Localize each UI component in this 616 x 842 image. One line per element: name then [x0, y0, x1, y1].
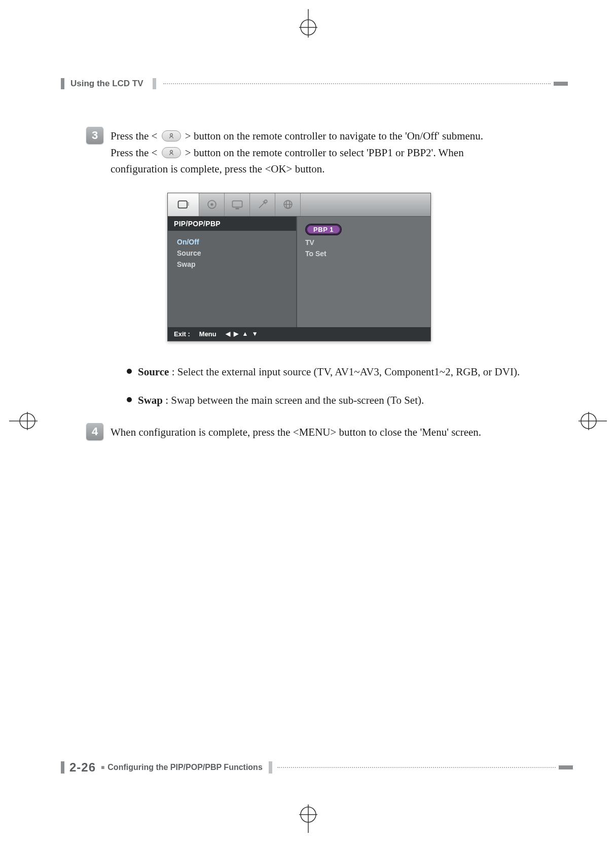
- bullet-swap: Swap : Swap between the main screen and …: [127, 392, 568, 409]
- header-title: Using the LCD TV: [70, 79, 143, 89]
- svg-point-18: [210, 203, 213, 206]
- cropmark-bottom: [294, 804, 322, 833]
- step-3-body: Press the < > button on the remote contr…: [111, 127, 483, 178]
- osd-tab-speaker-icon: [199, 193, 225, 216]
- step3-line2b: > button on the remote controller to sel…: [185, 147, 464, 159]
- osd-tab-globe-icon: [275, 193, 301, 216]
- header-bar-icon: [61, 78, 64, 89]
- step3-line1a: Press the <: [111, 130, 157, 142]
- footer-square-icon: ■: [101, 764, 104, 771]
- cropmark-left: [9, 407, 38, 435]
- osd-tab-tools-icon: [250, 193, 275, 216]
- osd-footer: Exit : Menu ◀ ▶ ▲ ▼: [168, 327, 430, 341]
- bullet-source-label: Source: [138, 366, 169, 378]
- bullet-swap-text: Swap : Swap between the main screen and …: [138, 392, 424, 409]
- osd-value-badge: PBP 1: [305, 224, 342, 235]
- osd-value-swap: To Set: [305, 250, 422, 258]
- header-separator-icon: [153, 78, 156, 89]
- osd-footer-arrows-icon: ◀ ▶ ▲ ▼: [226, 330, 259, 337]
- step3-line3: configuration is complete, press the <OK…: [111, 163, 325, 175]
- bullet-source: Source : Select the external input sourc…: [127, 364, 568, 380]
- osd-row-onoff: On/Off: [177, 238, 289, 246]
- svg-rect-19: [232, 201, 242, 207]
- svg-point-12: [170, 134, 172, 136]
- osd-menu: PIP/POP/PBP On/Off Source Swap: [167, 193, 431, 341]
- step-4: 4 When configuration is complete, press …: [86, 423, 568, 441]
- remote-button-icon: [162, 130, 181, 142]
- osd-label-source: Source: [177, 249, 253, 257]
- remote-button-icon: [162, 147, 181, 158]
- step3-line2a: Press the <: [111, 147, 157, 159]
- footer-end-icon: [559, 765, 573, 769]
- header-end-icon: [554, 82, 568, 86]
- bullet-swap-label: Swap: [138, 394, 163, 406]
- bullet-icon: [127, 397, 132, 402]
- osd-label-swap: Swap: [177, 260, 253, 268]
- osd-value-source: TV: [305, 238, 422, 247]
- osd-footer-exit: Exit :: [174, 330, 190, 338]
- svg-rect-20: [235, 208, 239, 209]
- footer-page-number: 2-26: [69, 760, 96, 775]
- header-row: Using the LCD TV: [61, 76, 568, 91]
- osd-row-swap: Swap: [177, 260, 289, 268]
- osd-left-panel: PIP/POP/PBP On/Off Source Swap: [168, 217, 297, 327]
- footer-dots: [277, 767, 556, 768]
- footer-separator-icon: [269, 761, 272, 774]
- svg-rect-15: [188, 203, 189, 204]
- svg-point-13: [170, 150, 172, 153]
- svg-rect-14: [178, 201, 187, 208]
- step3-line1b: > button on the remote controller to nav…: [185, 130, 483, 142]
- osd-title: PIP/POP/PBP: [168, 217, 296, 231]
- bullet-icon: [127, 369, 132, 374]
- header-dotted-rule: [153, 78, 568, 89]
- footer-row: 2-26 ■ Configuring the PIP/POP/PBP Funct…: [61, 759, 573, 776]
- svg-rect-16: [188, 204, 189, 205]
- header-dots: [163, 83, 551, 84]
- bullet-source-text: Source : Select the external input sourc…: [138, 364, 520, 380]
- cropmark-top: [294, 9, 322, 38]
- cropmark-right: [578, 407, 607, 435]
- step-4-body: When configuration is complete, press th…: [111, 423, 481, 441]
- step-number-badge: 3: [86, 127, 103, 144]
- osd-footer-menu: Menu: [199, 330, 216, 338]
- bullet-swap-rest: : Swap between the main screen and the s…: [163, 394, 424, 406]
- osd-figure: PIP/POP/PBP On/Off Source Swap: [167, 193, 568, 341]
- osd-label-onoff: On/Off: [177, 238, 253, 246]
- osd-right-panel: PBP 1 TV To Set: [297, 217, 430, 327]
- svg-point-21: [264, 200, 267, 202]
- osd-tab-display-icon: [225, 193, 250, 216]
- bullet-list: Source : Select the external input sourc…: [127, 364, 568, 409]
- bullet-source-rest: : Select the external input source (TV, …: [169, 366, 520, 378]
- step-3: 3 Press the < > button on the remote con…: [86, 127, 568, 178]
- osd-value-onoff: PBP 1: [305, 224, 422, 235]
- footer-title: Configuring the PIP/POP/PBP Functions: [107, 763, 263, 772]
- step-number-badge: 4: [86, 423, 103, 440]
- osd-tab-tv-icon: [168, 193, 199, 216]
- footer-bar-icon: [61, 761, 64, 774]
- page-content: Using the LCD TV 3 Press the < > button …: [61, 76, 568, 776]
- osd-tab-bar: [168, 193, 430, 217]
- osd-row-source: Source: [177, 249, 289, 257]
